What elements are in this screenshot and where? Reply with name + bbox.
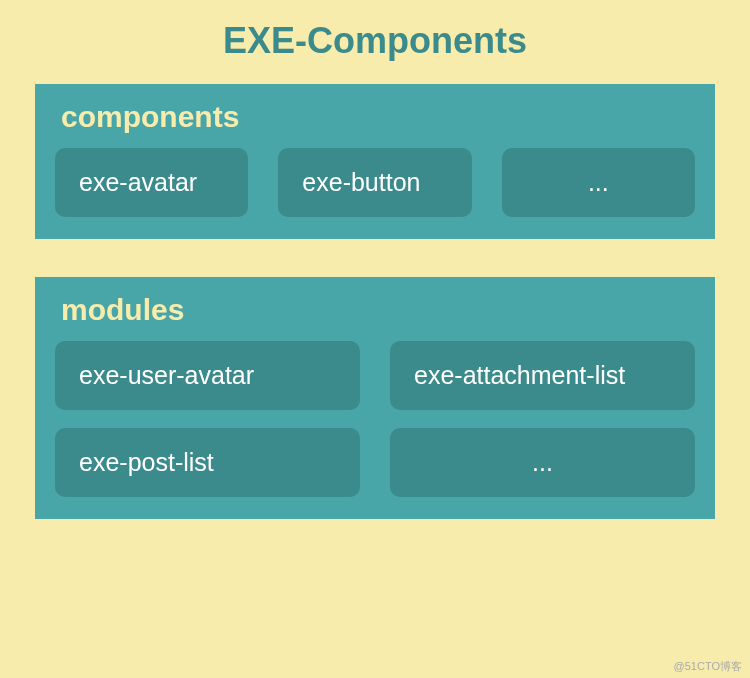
components-header: components <box>55 100 695 134</box>
components-section: components exe-avatar exe-button ... <box>35 84 715 239</box>
modules-section: modules exe-user-avatar exe-attachment-l… <box>35 277 715 519</box>
component-item: exe-avatar <box>55 148 248 217</box>
module-item-more: ... <box>390 428 695 497</box>
page-title: EXE-Components <box>35 20 715 62</box>
module-item: exe-user-avatar <box>55 341 360 410</box>
module-item: exe-attachment-list <box>390 341 695 410</box>
modules-row-1: exe-user-avatar exe-attachment-list <box>55 341 695 410</box>
module-item: exe-post-list <box>55 428 360 497</box>
component-item: exe-button <box>278 148 471 217</box>
modules-header: modules <box>55 293 695 327</box>
modules-row-2: exe-post-list ... <box>55 428 695 497</box>
component-item-more: ... <box>502 148 695 217</box>
components-row: exe-avatar exe-button ... <box>55 148 695 217</box>
watermark: @51CTO博客 <box>674 659 742 674</box>
